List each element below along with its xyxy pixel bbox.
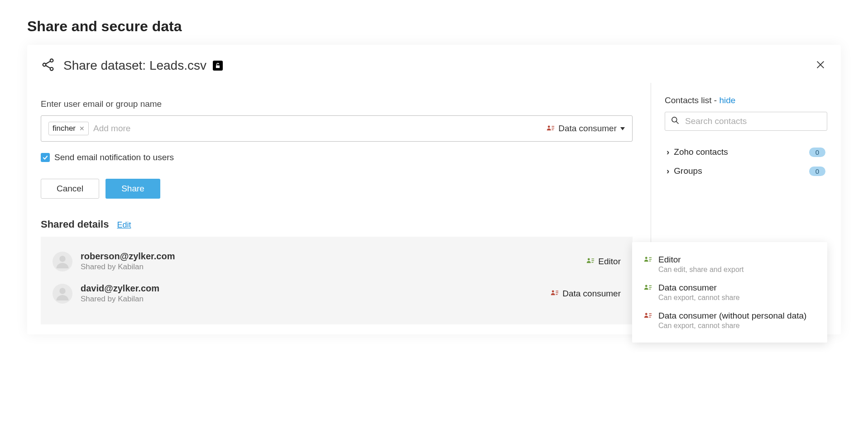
svg-rect-10 xyxy=(551,126,554,127)
recipient-label: Enter user email or group name xyxy=(41,99,633,109)
recipient-chip: fincher ✕ xyxy=(48,122,89,135)
svg-point-33 xyxy=(645,313,647,315)
shared-role-label: Editor xyxy=(598,257,621,267)
svg-line-3 xyxy=(46,61,50,64)
recipient-input[interactable]: fincher ✕ Add more Data consumer xyxy=(41,115,633,142)
svg-point-23 xyxy=(672,117,677,122)
svg-rect-27 xyxy=(649,259,652,260)
avatar-icon xyxy=(53,252,72,272)
role-option-name: Editor xyxy=(658,255,744,265)
shared-email: roberson@zylker.com xyxy=(81,251,175,262)
chevron-right-icon: › xyxy=(667,147,669,157)
share-button[interactable]: Share xyxy=(106,179,160,199)
role-option-desc: Can edit, share and export xyxy=(658,266,744,274)
person-badge-icon xyxy=(586,257,595,265)
role-option-name: Data consumer xyxy=(658,283,740,293)
svg-point-1 xyxy=(43,63,46,67)
modal-header: Share dataset: Leads.csv xyxy=(27,57,841,83)
contact-group-label: Groups xyxy=(674,166,702,176)
person-badge-icon xyxy=(644,312,652,330)
caret-down-icon xyxy=(620,127,625,130)
close-button[interactable] xyxy=(814,58,827,73)
svg-line-24 xyxy=(676,122,679,124)
contact-group-groups[interactable]: › Groups 0 xyxy=(665,162,827,181)
svg-rect-15 xyxy=(592,259,595,260)
svg-point-13 xyxy=(59,256,66,262)
svg-rect-11 xyxy=(551,128,554,129)
role-option-consumer[interactable]: Data consumer Can export, cannot share xyxy=(632,278,827,306)
avatar-icon xyxy=(53,284,72,304)
shared-role[interactable]: Data consumer xyxy=(551,289,621,299)
page-title: Share and secure data xyxy=(27,18,841,35)
svg-rect-30 xyxy=(649,286,652,286)
svg-rect-28 xyxy=(649,261,651,262)
add-more-placeholder: Add more xyxy=(93,124,542,133)
share-icon xyxy=(41,57,55,74)
svg-point-19 xyxy=(552,291,554,293)
contact-group-label: Zoho contacts xyxy=(674,147,728,157)
svg-point-25 xyxy=(645,257,647,259)
svg-rect-12 xyxy=(551,129,554,130)
svg-rect-17 xyxy=(592,262,594,263)
svg-rect-32 xyxy=(649,289,651,290)
svg-point-18 xyxy=(59,288,66,294)
share-modal: Share dataset: Leads.csv Enter user emai… xyxy=(27,45,841,334)
edit-shared-link[interactable]: Edit xyxy=(117,220,131,230)
svg-rect-22 xyxy=(556,294,558,295)
contact-group-zoho[interactable]: › Zoho contacts 0 xyxy=(665,143,827,162)
person-badge-icon xyxy=(547,125,555,133)
svg-point-2 xyxy=(50,67,53,71)
hide-contacts-link[interactable]: hide xyxy=(719,95,735,105)
svg-point-0 xyxy=(50,59,53,62)
notify-checkbox[interactable] xyxy=(41,153,50,162)
shared-details-header: Shared details xyxy=(41,219,109,230)
svg-rect-31 xyxy=(649,287,652,288)
shared-role[interactable]: Editor xyxy=(586,257,621,267)
svg-rect-20 xyxy=(556,291,558,292)
svg-point-14 xyxy=(588,258,590,261)
role-option-desc: Can export, cannot share xyxy=(658,322,806,330)
shared-item: roberson@zylker.com Shared by Kabilan Ed… xyxy=(53,247,621,279)
role-option-desc: Can export, cannot share xyxy=(658,294,740,302)
count-badge: 0 xyxy=(809,148,825,157)
svg-point-6 xyxy=(217,66,218,67)
role-option-editor[interactable]: Editor Can edit, share and export xyxy=(632,250,827,278)
svg-point-29 xyxy=(645,285,647,287)
person-badge-icon xyxy=(551,290,559,297)
person-badge-icon xyxy=(644,284,652,302)
modal-title: Share dataset: Leads.csv xyxy=(63,58,206,73)
svg-rect-16 xyxy=(592,260,595,261)
chip-remove-icon[interactable]: ✕ xyxy=(79,125,85,132)
role-option-name: Data consumer (without personal data) xyxy=(658,311,806,321)
shared-email: david@zylker.com xyxy=(81,283,159,294)
shared-by: Shared by Kabilan xyxy=(81,295,159,304)
shared-by: Shared by Kabilan xyxy=(81,262,175,272)
svg-rect-36 xyxy=(649,317,651,318)
role-dropdown-label: Data consumer xyxy=(558,124,617,133)
contacts-header: Contacts list - hide xyxy=(665,95,827,105)
shared-list: roberson@zylker.com Shared by Kabilan Ed… xyxy=(41,237,633,324)
notify-label: Send email notification to users xyxy=(54,152,174,162)
role-option-consumer-nopersonal[interactable]: Data consumer (without personal data) Ca… xyxy=(632,306,827,334)
svg-rect-26 xyxy=(649,257,652,258)
search-contacts-input[interactable] xyxy=(685,116,821,126)
svg-point-9 xyxy=(548,125,550,128)
svg-rect-21 xyxy=(556,292,558,293)
search-icon xyxy=(671,116,680,127)
shared-role-label: Data consumer xyxy=(562,289,621,299)
chevron-right-icon: › xyxy=(667,166,669,176)
role-dropdown[interactable]: Data consumer xyxy=(547,124,625,133)
svg-line-4 xyxy=(46,66,50,68)
role-menu: Editor Can edit, share and export xyxy=(632,242,827,343)
svg-rect-35 xyxy=(649,315,652,316)
search-contacts-box[interactable] xyxy=(665,112,827,131)
count-badge: 0 xyxy=(809,167,825,176)
person-badge-icon xyxy=(644,256,652,274)
chip-text: fincher xyxy=(53,124,76,133)
lock-icon[interactable] xyxy=(213,61,223,71)
cancel-button[interactable]: Cancel xyxy=(41,179,99,199)
shared-item: david@zylker.com Shared by Kabilan Data … xyxy=(53,279,621,311)
svg-rect-34 xyxy=(649,314,652,314)
